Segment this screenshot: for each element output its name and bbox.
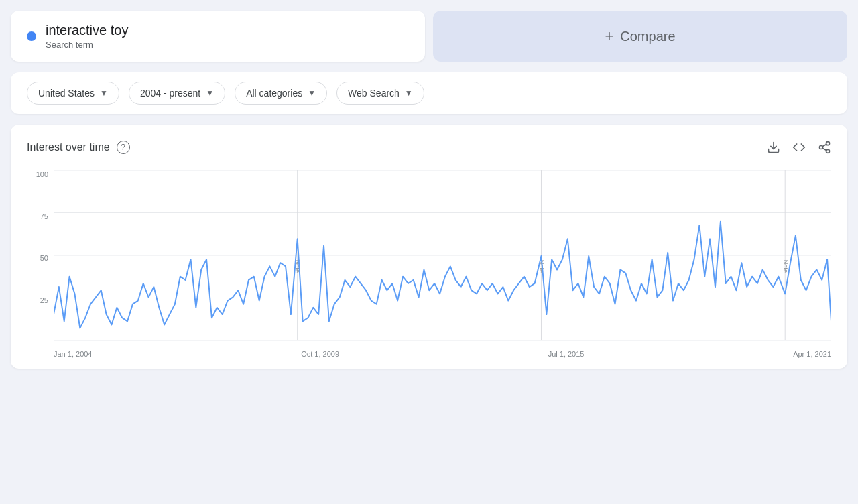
x-labels: Jan 1, 2004 Oct 1, 2009 Jul 1, 2015 Apr …	[54, 342, 831, 358]
type-filter-label: Web Search	[348, 88, 400, 99]
category-filter[interactable]: All categories ▼	[235, 82, 327, 105]
search-term-text: interactive toy	[46, 23, 128, 38]
share-button[interactable]	[818, 141, 831, 154]
category-filter-label: All categories	[246, 88, 302, 99]
svg-text:Note: Note	[782, 260, 789, 273]
chart-inner: Note Note Note Jan 1, 2004 Oct 1, 2009 J…	[54, 170, 831, 358]
compare-card[interactable]: + Compare	[433, 11, 847, 62]
y-axis: 100 75 50 25	[27, 170, 54, 338]
search-text-group: interactive toy Search term	[46, 23, 128, 50]
svg-line-4	[822, 148, 826, 150]
plus-icon: +	[605, 27, 613, 45]
y-label-75: 75	[40, 212, 48, 220]
y-label-50: 50	[40, 254, 48, 262]
search-dot-indicator	[27, 32, 36, 41]
svg-line-5	[822, 144, 826, 146]
chart-title-row: Interest over time ?	[27, 141, 130, 154]
chart-actions	[767, 141, 831, 154]
embed-button[interactable]	[792, 141, 806, 154]
type-chevron-icon: ▼	[405, 88, 413, 98]
period-chevron-icon: ▼	[206, 88, 214, 98]
category-chevron-icon: ▼	[308, 88, 316, 98]
filter-row: United States ▼ 2004 - present ▼ All cat…	[11, 72, 847, 114]
chart-svg: Note Note Note	[54, 170, 831, 342]
y-label-25: 25	[40, 296, 48, 304]
download-icon	[767, 141, 780, 154]
search-label-text: Search term	[46, 40, 128, 50]
x-label-2021: Apr 1, 2021	[793, 350, 831, 358]
chart-title: Interest over time	[27, 141, 110, 153]
period-filter[interactable]: 2004 - present ▼	[129, 82, 225, 105]
embed-icon	[792, 141, 806, 154]
country-chevron-icon: ▼	[100, 88, 108, 98]
chart-header: Interest over time ?	[27, 141, 831, 154]
share-icon	[818, 141, 831, 154]
x-label-2009: Oct 1, 2009	[301, 350, 339, 358]
compare-label: Compare	[620, 29, 675, 44]
type-filter[interactable]: Web Search ▼	[336, 82, 424, 105]
x-label-2004: Jan 1, 2004	[54, 350, 93, 358]
chart-card: Interest over time ?	[11, 125, 847, 369]
help-icon[interactable]: ?	[117, 141, 130, 154]
chart-area: 100 75 50 25 Note Note Note	[27, 170, 831, 358]
country-filter-label: United States	[38, 88, 95, 99]
x-label-2015: Jul 1, 2015	[548, 350, 585, 358]
download-button[interactable]	[767, 141, 780, 154]
period-filter-label: 2004 - present	[140, 88, 200, 99]
y-label-100: 100	[36, 170, 48, 178]
search-term-card: interactive toy Search term	[11, 11, 425, 62]
country-filter[interactable]: United States ▼	[27, 82, 119, 105]
